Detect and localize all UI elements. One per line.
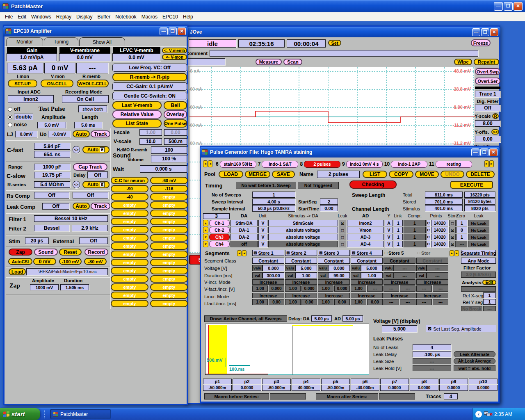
channel-pill[interactable]: Ch3 <box>209 234 230 240</box>
rseries-auto-button[interactable]: Auto E <box>82 181 110 188</box>
analysis-name-field[interactable] <box>461 286 496 292</box>
start-button[interactable]: start <box>0 408 40 420</box>
repaint-button[interactable]: Repaint <box>474 59 499 65</box>
t-increment[interactable]: 0.00 <box>301 299 317 305</box>
leakcomp-track-button[interactable]: Track <box>91 203 110 210</box>
pg-titlebar[interactable]: Pulse Generator File: Hugo TAMRA stainin… <box>200 147 500 158</box>
t-factor[interactable]: 1.00 <box>285 299 301 305</box>
checkbox-icon[interactable]: ⊠ <box>352 251 355 255</box>
t-increment[interactable]: 0.00 <box>367 299 383 305</box>
pool-tab[interactable]: 2 pulses <box>304 161 340 168</box>
checkbox-icon[interactable]: □ <box>385 251 387 255</box>
recording-mode-value[interactable]: On Cell <box>62 95 109 103</box>
stim-mapping[interactable]: absolute voltage <box>268 227 338 233</box>
uo-value[interactable]: -0.0mV <box>48 131 70 137</box>
t-factor[interactable]: 1.00 <box>318 299 333 305</box>
lj-auto-button[interactable]: Auto <box>73 130 90 137</box>
leak-size-value[interactable]: --- <box>413 358 451 364</box>
quick-set-button[interactable]: empty <box>111 218 148 225</box>
taskbar-task-patchmaster[interactable]: PatchMaster <box>50 409 111 419</box>
store-toggle[interactable]: ⊠ Store 4 <box>351 250 383 256</box>
channel-move-icon[interactable]: ▼ <box>203 241 208 247</box>
menu-item[interactable]: Buffer <box>95 13 113 21</box>
measure-button[interactable]: Measure <box>256 59 282 65</box>
rseries-swap-button[interactable]: <> <box>73 181 80 188</box>
reset-button[interactable]: Reset <box>59 249 82 256</box>
segment-class[interactable]: Constant <box>318 258 350 264</box>
to-vmon-button[interactable]: <- V-mon <box>162 54 187 60</box>
channel-pill[interactable]: Ch-2 <box>209 227 230 233</box>
zero-value[interactable]: --- <box>457 241 467 247</box>
tab-monitor[interactable]: Monitor <box>6 37 43 46</box>
quick-set-button[interactable]: -116 <box>150 185 188 192</box>
quick-set-button[interactable]: empty <box>150 218 188 225</box>
starttime-value[interactable]: 0.00 <box>320 205 338 211</box>
da-unit[interactable]: V <box>258 234 267 240</box>
input-adc-value[interactable]: Imon2 <box>8 95 54 103</box>
minimize-icon[interactable]: — <box>471 148 479 156</box>
quick-set-button[interactable]: empty <box>150 267 188 274</box>
pool-tab[interactable]: indo-1 2AP <box>391 161 427 168</box>
y-unit[interactable]: V <box>385 234 393 240</box>
link-value[interactable]: 1 <box>394 234 403 240</box>
cfast-auto-button[interactable]: Auto E <box>82 146 110 153</box>
cfast-tau-value[interactable]: 654. ns <box>34 151 70 158</box>
da-unit[interactable]: V <box>258 227 267 233</box>
v-incr-mode[interactable]: Increase <box>383 279 415 285</box>
overlay-button[interactable]: Overlay <box>164 110 187 119</box>
pool-next2-icon[interactable]: ► <box>489 160 494 167</box>
rscomp-value-2[interactable]: Off <box>73 192 108 199</box>
t-incr-mode[interactable]: Increase <box>416 293 448 298</box>
wait-value[interactable]: 0.000 s <box>140 165 187 173</box>
move-button[interactable]: MOVE <box>415 171 439 178</box>
quick-set-button[interactable]: empty <box>111 292 148 299</box>
c-sliver[interactable]: C <box>427 241 430 247</box>
da-source[interactable]: DA-2 <box>231 234 258 240</box>
pool-tab[interactable]: stain160 50Hz <box>220 161 256 168</box>
filter-factor-value[interactable]: 3.0 (6.67kHz) <box>461 272 496 278</box>
vmembrane-value[interactable]: 0.0 mV <box>59 53 110 61</box>
quick-set-button[interactable]: empty <box>111 242 148 250</box>
segment-voltage[interactable]: 0.000 <box>262 265 284 271</box>
iscale-value-2[interactable]: 0.00 <box>164 129 187 136</box>
delete-button[interactable]: DELETE <box>466 171 495 178</box>
v-incr-mode[interactable]: Increase <box>285 279 317 285</box>
param-value[interactable]: 0.0000 <box>439 385 468 391</box>
vscale-value-1[interactable]: 10.0 <box>139 138 162 145</box>
segment-next-icon[interactable]: ► <box>450 250 454 256</box>
load-button[interactable]: LOAD <box>219 171 243 178</box>
menu-item[interactable]: Display <box>74 13 95 21</box>
list-state-button[interactable]: List State <box>112 119 162 128</box>
analysis-edit-button[interactable]: Edit <box>482 280 496 285</box>
testpulse-radio-noise[interactable]: noise <box>8 122 27 128</box>
tab-tuning[interactable]: Tuning <box>44 37 78 46</box>
save-button[interactable]: SAVE <box>272 171 295 178</box>
v-factor[interactable]: 1.00 <box>351 285 366 292</box>
segment-duration[interactable]: --- <box>394 272 415 278</box>
v-factor[interactable]: --- <box>383 285 399 292</box>
param-value[interactable]: -80.000m <box>321 385 350 391</box>
zap-amplitude-value[interactable]: 1000 mV <box>30 284 59 290</box>
set-last-seg-checkbox[interactable]: ⊠ Set Last Seg. Amplitude <box>426 325 496 332</box>
param-value[interactable]: 0.0000 <box>380 385 409 391</box>
startseg-value[interactable]: 2 <box>320 199 338 205</box>
close-icon[interactable]: ✕ <box>489 148 498 156</box>
quick-set-button[interactable]: empty <box>150 275 188 283</box>
store-checkbox[interactable]: □ <box>449 220 456 226</box>
y-scale-value[interactable]: 8.00 <box>475 120 500 127</box>
voltage-display-value[interactable]: 5.000 <box>382 325 417 332</box>
da-source[interactable]: DA-1 <box>231 227 258 233</box>
segment-class[interactable]: Constant <box>252 258 284 264</box>
filter1-value[interactable]: Bessel 10 kHz <box>34 215 108 222</box>
scope-titlebar[interactable]: JOve — ❐ ✕ <box>185 27 500 37</box>
store-checkbox[interactable]: ⊠ <box>449 241 456 247</box>
rmemb-rpip-button[interactable]: R-memb -> R-pip <box>112 73 187 81</box>
t-incr-mode[interactable]: Increase <box>252 293 284 298</box>
checkbox-icon[interactable]: ⊠ <box>319 251 322 255</box>
channel-pill[interactable]: Ch-1 <box>209 220 230 226</box>
list-button[interactable]: LIST <box>363 171 387 178</box>
quick-set-button[interactable]: C-C for neuron <box>111 177 148 184</box>
param-value[interactable]: -40.000m <box>351 385 379 391</box>
stim-mapping[interactable]: StimScale <box>268 220 338 226</box>
quick-set-button[interactable]: empty <box>111 275 148 283</box>
